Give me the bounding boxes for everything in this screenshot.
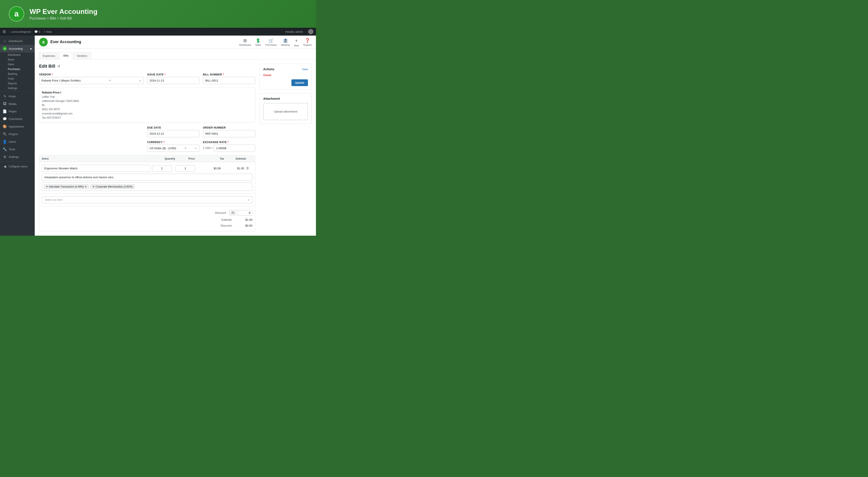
item-delete-btn[interactable]: 🗑 xyxy=(246,166,252,170)
exchange-rate-field: EXCHANGE RATE * 1 USD = xyxy=(203,141,255,152)
wp-new-link[interactable]: + New xyxy=(44,30,52,33)
reset-icon[interactable]: ↺ xyxy=(57,64,60,68)
exchange-rate-input[interactable] xyxy=(214,145,255,152)
totals-area: Discount ($) Subtotal $1.00 Discount xyxy=(39,206,255,231)
wp-sidebar: ⌂ Dashboard a Accounting ▶ Dashboard Ite… xyxy=(0,36,35,236)
issue-date-input[interactable] xyxy=(147,77,199,84)
sidebar-item-users[interactable]: 👤 Users xyxy=(0,138,35,145)
actions-panel: Actions View Delete Update xyxy=(259,64,312,90)
ea-nav-purchases[interactable]: 🛒 Purchases xyxy=(266,38,277,46)
vendor-field: VENDOR * Rafaela Price I (Mayer-Schiller… xyxy=(39,73,144,84)
form-main: Edit Bill ↺ VENDOR * Rafaela Price I (Ma… xyxy=(39,64,255,231)
wp-admin-bar: ⊞ ⌂ accountingnext 💬 0 + New Howdy, admi… xyxy=(0,28,316,36)
actions-title: Actions xyxy=(263,67,274,71)
sidebar-sub-tools[interactable]: Tools xyxy=(0,76,35,81)
tab-bills[interactable]: Bills xyxy=(60,52,72,59)
sidebar-sub-settings[interactable]: Settings xyxy=(0,86,35,91)
select-item-dropdown[interactable]: Select an item ∨ xyxy=(42,196,252,203)
items-table: Items Quantity Price Tax Subtotal xyxy=(39,155,255,231)
users-icon: 👤 xyxy=(3,140,7,144)
sidebar-sub-dashboard[interactable]: Dashboard xyxy=(0,53,35,57)
edit-bill-title: Edit Bill xyxy=(39,64,55,69)
bill-number-field: BILL NUMBER * xyxy=(203,73,255,84)
sidebar-item-settings[interactable]: ⚙ Settings xyxy=(0,153,35,161)
table-row: $0.08 $1.00 🗑 ✕ Interstate Transacti xyxy=(39,162,255,194)
sidebar-sub-sales[interactable]: Sales xyxy=(0,62,35,67)
order-number-input[interactable] xyxy=(203,130,255,137)
discount-input[interactable] xyxy=(237,210,252,215)
tab-vendors[interactable]: Vendors xyxy=(73,52,91,59)
totals-row-discount2: Discount $0.00 xyxy=(42,223,252,229)
wp-home-link[interactable]: ⌂ accountingnext xyxy=(9,30,31,33)
sidebar-sub-items[interactable]: Items xyxy=(0,57,35,62)
item-description xyxy=(42,174,252,181)
spacer-2 xyxy=(39,141,144,152)
discount-prefix: ($) xyxy=(229,210,236,215)
update-button[interactable]: Update xyxy=(291,79,308,86)
app-header: a WP Ever Accounting Purchases > Bills >… xyxy=(0,0,316,28)
sidebar-sub-banking[interactable]: Banking xyxy=(0,72,35,76)
item-price-input[interactable] xyxy=(176,165,195,171)
col-price: Price xyxy=(181,157,203,160)
sidebar-sub-reports[interactable]: Reports xyxy=(0,81,35,86)
tax-tag-close-1[interactable]: ✕ xyxy=(85,185,87,188)
due-date-label: DUE DATE xyxy=(147,126,199,129)
ea-support-icon: ❓ xyxy=(305,38,310,43)
wp-logo-icon[interactable]: ⊞ xyxy=(3,29,6,34)
sidebar-item-plugins[interactable]: 🔌 Plugins xyxy=(0,130,35,138)
currency-select[interactable]: US Dollar ($) - (USD) ✕ ∨ xyxy=(147,145,199,152)
ea-nav-support[interactable]: ❓ Support xyxy=(303,38,312,46)
bill-number-input[interactable] xyxy=(203,77,255,84)
ea-nav-sales[interactable]: 💲 Sales xyxy=(255,38,261,46)
admin-avatar xyxy=(308,29,313,34)
form-row-2: DUE DATE ORDER NUMBER xyxy=(39,126,255,137)
item-taxes: ✕ Interstate Transaction (4.49%) ✕ ✕ Cor… xyxy=(42,182,252,191)
currency-arrow-icon: ∨ xyxy=(195,146,197,150)
sidebar-item-posts[interactable]: ✎ Posts xyxy=(0,93,35,100)
select-item-row: Select an item ∨ xyxy=(39,194,255,206)
sidebar-item-dashboard[interactable]: ⌂ Dashboard xyxy=(0,37,35,45)
app-logo: a xyxy=(9,6,24,22)
collapse-icon: ◀ xyxy=(3,164,7,168)
sidebar-item-tools[interactable]: 🔧 Tools xyxy=(0,145,35,153)
tax-tag-remove-2[interactable]: ✕ xyxy=(92,185,95,188)
discount2-value: $0.00 xyxy=(235,224,252,227)
item-desc-input[interactable] xyxy=(42,174,252,181)
item-name-input[interactable] xyxy=(42,165,150,172)
due-date-input[interactable] xyxy=(147,130,199,137)
exchange-rate-label: EXCHANGE RATE * xyxy=(203,141,255,144)
sidebar-item-pages[interactable]: 📄 Pages xyxy=(0,107,35,115)
vendor-info-address1: Leffler Trail xyxy=(42,95,252,99)
subtotal-value: $1.00 xyxy=(235,218,252,222)
vendor-arrow-icon: ∨ xyxy=(139,79,141,82)
sidebar-item-appearance[interactable]: 🎨 Appearance xyxy=(0,123,35,130)
tax-tag-remove-1[interactable]: ✕ xyxy=(46,185,48,188)
wp-comments-link[interactable]: 💬 0 xyxy=(34,30,40,33)
sidebar-item-media[interactable]: 🖼 Media xyxy=(0,100,35,107)
ea-nav-new[interactable]: ＋ New xyxy=(294,37,299,47)
ea-new-icon: ＋ xyxy=(294,37,299,44)
media-icon: 🖼 xyxy=(3,102,7,106)
form-row-3: CURRENCY * US Dollar ($) - (USD) ✕ ∨ EXC… xyxy=(39,141,255,152)
ea-nav-banking[interactable]: 🏦 Banking xyxy=(281,38,290,46)
currency-clear-btn[interactable]: ✕ xyxy=(184,146,187,150)
spacer-1 xyxy=(39,126,144,137)
vendor-select[interactable]: Rafaela Price I (Mayer-Schiller) ✕ ∨ xyxy=(39,77,144,84)
delete-link[interactable]: Delete xyxy=(263,73,308,77)
vendor-clear-btn[interactable]: ✕ xyxy=(109,79,111,82)
sidebar-item-collapse[interactable]: ◀ Collapse menu xyxy=(0,163,35,170)
vendor-info-name: Rafaela Price I xyxy=(42,91,252,95)
tax-container[interactable]: ✕ Interstate Transaction (4.49%) ✕ ✕ Cor… xyxy=(42,182,252,191)
view-link[interactable]: View xyxy=(302,68,308,71)
ea-nav-icons: ⊞ Dashboard 💲 Sales 🛒 Purchases 🏦 Bankin… xyxy=(239,37,312,47)
ea-nav-dashboard[interactable]: ⊞ Dashboard xyxy=(239,38,251,46)
appearance-icon: 🎨 xyxy=(3,125,7,129)
item-quantity-input[interactable] xyxy=(152,165,172,171)
tab-expenses[interactable]: Expenses xyxy=(39,52,59,59)
sidebar-sub-purchases[interactable]: Purchases xyxy=(0,67,35,72)
sidebar-item-accounting[interactable]: a Accounting ▶ xyxy=(0,45,35,53)
comments-icon: 💬 xyxy=(3,117,7,121)
ea-purchases-icon: 🛒 xyxy=(269,38,274,43)
attachment-upload[interactable]: Upload attachment xyxy=(263,103,308,120)
sidebar-item-comments[interactable]: 💬 Comments xyxy=(0,115,35,123)
